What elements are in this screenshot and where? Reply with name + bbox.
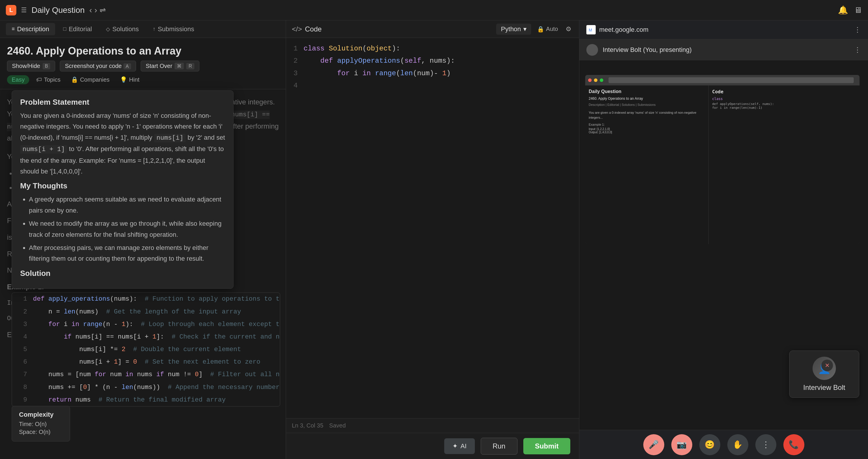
code-footer: Ln 3, Col 35 Saved: [286, 418, 579, 433]
code-line-3: 3 for i in range(n - 1): # Loop through …: [12, 318, 280, 331]
code-header: </> Code Python ▾ 🔒 Auto ⚙: [286, 21, 579, 38]
description-icon: ≡: [12, 26, 15, 32]
lock-icon: 🔒: [537, 26, 544, 33]
difficulty-badge: Easy: [7, 75, 29, 84]
problem-tabs: ≡ Description □ Editorial ◇ Solutions ↑ …: [0, 21, 286, 38]
meet-options-icon[interactable]: ⋮: [854, 26, 861, 34]
companies-icon: 🔒: [71, 76, 78, 83]
code-editor-area[interactable]: 1 class Solution(object): 2 def applyOpe…: [286, 38, 579, 418]
complexity-title: Complexity: [19, 411, 63, 419]
more-options-button[interactable]: ⋮: [755, 434, 776, 455]
complexity-popup: Complexity Time: O(n) Space: O(n): [12, 406, 70, 441]
ai-icon: ✦: [453, 442, 458, 450]
code-brackets-icon: </>: [292, 25, 302, 33]
problem-header: 2460. Apply Operations to an Array Show/…: [0, 38, 286, 89]
code-line-4: 4 if nums[i] == nums[i + 1]: # Check if …: [12, 331, 280, 343]
show-hide-button[interactable]: Show/Hide B: [7, 61, 55, 71]
hint-icon: 💡: [120, 76, 127, 83]
meet-controls: 🎤 📷 😊 ✋ ⋮ 📞: [579, 430, 868, 459]
camera-button[interactable]: 📷: [671, 434, 692, 455]
auto-badge: 🔒 Auto: [537, 26, 558, 33]
mute-button[interactable]: 🎤: [643, 434, 664, 455]
editorial-icon: □: [63, 26, 66, 32]
raise-hand-button[interactable]: ✋: [727, 434, 748, 455]
shortcut-x: ⌘: [175, 63, 184, 69]
tab-editorial[interactable]: □ Editorial: [58, 23, 98, 35]
meet-favicon: M: [586, 25, 596, 34]
meet-panel: M meet.google.com ⋮ Interview Bolt (You,…: [579, 21, 868, 459]
top-bar: L ☰ Daily Question ‹ › ⇌ 🔔 🖥: [0, 0, 868, 21]
code-line-5: 5 nums[i] *= 2 # Double the current elem…: [12, 343, 280, 356]
alarm-icon[interactable]: 🔔: [838, 5, 848, 15]
shortcut-b: B: [42, 63, 51, 69]
nav-prev-icon[interactable]: ‹: [89, 5, 92, 15]
left-panel: ≡ Description □ Editorial ◇ Solutions ↑ …: [0, 21, 286, 459]
shuffle-icon[interactable]: ⇌: [99, 5, 106, 14]
nav-controls: ‹ › ⇌: [89, 5, 106, 15]
start-over-button[interactable]: Start Over ⌘ R: [141, 61, 199, 71]
solution-title: Solution: [20, 269, 225, 278]
solutions-icon: ◇: [106, 26, 110, 32]
menu-icon[interactable]: ☰: [21, 6, 27, 14]
editor-line-2: 2 def applyOperations(self, nums):: [286, 55, 579, 67]
cursor-position: Ln 3, Col 35: [292, 422, 323, 429]
presenter-options-icon[interactable]: ⋮: [854, 46, 861, 54]
tag-icon: 🏷: [36, 76, 42, 83]
shortcut-a: A: [123, 63, 131, 69]
code-line-9: 9 return nums # Return the final modifie…: [12, 394, 280, 406]
code-line-2: 2 n = len(nums) # Get the length of the …: [12, 306, 280, 318]
code-editor-panel: </> Code Python ▾ 🔒 Auto ⚙: [286, 21, 579, 459]
code-line-1: 1 def apply_operations(nums): # Function…: [12, 293, 280, 305]
topics-tag[interactable]: 🏷 Topics: [33, 75, 64, 84]
thought-1: A greedy approach seems suitable as we n…: [29, 194, 225, 216]
nav-next-icon[interactable]: ›: [94, 5, 97, 15]
mic-muted-indicator: ✕: [821, 360, 833, 371]
problem-statement-text: You are given a 0-indexed array 'nums' o…: [20, 110, 225, 177]
presenter-avatar: [586, 44, 598, 56]
complexity-space: Space: O(n): [19, 429, 63, 435]
code-solution-overlay: 1 def apply_operations(nums): # Function…: [12, 293, 280, 406]
shortcut-r: R: [186, 63, 194, 69]
code-line-6: 6 nums[i + 1] = 0 # Set the next element…: [12, 356, 280, 368]
emoji-button[interactable]: 😊: [699, 434, 720, 455]
thought-2: We need to modify the array as we go thr…: [29, 218, 225, 240]
problem-title: 2460. Apply Operations to an Array: [7, 45, 279, 57]
bottom-bar: ✦ AI Run Submit: [286, 433, 579, 459]
code-title: </> Code: [292, 25, 322, 33]
submit-button[interactable]: Submit: [523, 438, 570, 454]
meet-url: meet.google.com: [599, 26, 850, 34]
interview-bolt-card: 👤 ✕ Interview Bolt: [789, 351, 859, 398]
run-button[interactable]: Run: [481, 438, 518, 455]
presenter-name: Interview Bolt (You, presenting): [603, 46, 849, 54]
editor-line-3: 3 for i in range(len(num)- 1): [286, 67, 579, 79]
ai-button[interactable]: ✦ AI: [444, 438, 475, 454]
tab-submissions[interactable]: ↑ Submissions: [147, 23, 200, 35]
end-call-button[interactable]: 📞: [783, 434, 804, 455]
app-title: Daily Question: [32, 5, 85, 15]
companies-tag[interactable]: 🔒 Companies: [67, 75, 113, 84]
svg-text:M: M: [589, 28, 592, 32]
screen-share-preview: Daily Question 2460. Apply Operations to…: [585, 75, 860, 244]
tab-description[interactable]: ≡ Description: [6, 23, 55, 35]
editor-line-4: 4: [286, 79, 579, 92]
popup-overlay: Problem Statement You are given a 0-inde…: [12, 90, 234, 289]
code-line-7: 7 nums = [num for num in nums if num != …: [12, 368, 280, 381]
editor-line-1: 1 class Solution(object):: [286, 42, 579, 55]
tab-solutions[interactable]: ◇ Solutions: [100, 23, 145, 35]
monitor-icon[interactable]: 🖥: [854, 5, 862, 15]
top-bar-right: 🔔 🖥: [838, 5, 862, 15]
toolbar-row: Show/Hide B Screenshot your code A Start…: [7, 61, 279, 71]
settings-button[interactable]: ⚙: [564, 24, 573, 35]
chevron-down-icon: ▾: [523, 25, 527, 33]
submissions-icon: ↑: [153, 26, 155, 32]
hint-tag[interactable]: 💡 Hint: [117, 75, 143, 84]
thought-3: After processing pairs, we can manage ze…: [29, 242, 225, 264]
app-logo: L: [6, 5, 17, 15]
presenter-bar: Interview Bolt (You, presenting) ⋮: [579, 39, 868, 60]
complexity-time: Time: O(n): [19, 421, 63, 427]
main-layout: ≡ Description □ Editorial ◇ Solutions ↑ …: [0, 21, 868, 459]
saved-status: Saved: [329, 422, 346, 429]
sim-code-panel: Code class def applyOperations(self, num…: [709, 86, 860, 244]
language-selector[interactable]: Python ▾: [496, 24, 531, 35]
screenshot-button[interactable]: Screenshot your code A: [60, 61, 136, 71]
